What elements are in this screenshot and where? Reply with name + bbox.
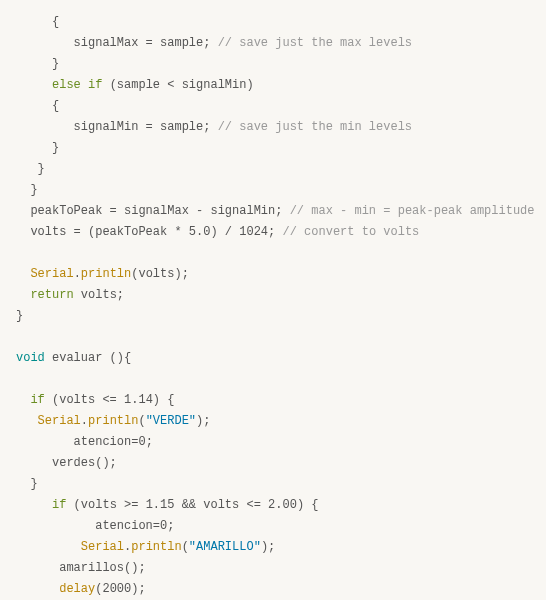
- code-token: println: [88, 414, 138, 428]
- code-token: [16, 372, 23, 386]
- code-line: }: [16, 138, 530, 159]
- code-token: [16, 393, 30, 407]
- code-token: println: [81, 267, 131, 281]
- code-token: // save just the min levels: [218, 120, 412, 134]
- code-token: [16, 267, 30, 281]
- code-line: return volts;: [16, 285, 530, 306]
- code-token: 5.0: [189, 225, 211, 239]
- code-token: ;: [146, 435, 153, 449]
- code-token: (volts);: [131, 267, 189, 281]
- code-token: delay: [59, 582, 95, 596]
- code-token: );: [261, 540, 275, 554]
- code-token: if: [30, 393, 44, 407]
- code-token: atencion=: [16, 435, 138, 449]
- code-token: [16, 414, 38, 428]
- code-token: );: [131, 582, 145, 596]
- code-token: }: [16, 57, 59, 71]
- code-token: [16, 246, 23, 260]
- code-token: [16, 288, 30, 302]
- code-token: ;: [167, 519, 174, 533]
- code-line: }: [16, 306, 530, 327]
- code-token: "AMARILLO": [189, 540, 261, 554]
- code-token: [16, 78, 52, 92]
- code-token: signalMax = sample;: [16, 36, 218, 50]
- code-line: signalMax = sample; // save just the max…: [16, 33, 530, 54]
- code-token: [16, 330, 23, 344]
- code-token: ) {: [297, 498, 319, 512]
- code-line: atencion=0;: [16, 432, 530, 453]
- code-token: verdes();: [16, 456, 117, 470]
- code-token: {: [16, 15, 59, 29]
- code-token: // save just the max levels: [218, 36, 412, 50]
- code-token: (sample < signalMin): [102, 78, 253, 92]
- code-token: .: [81, 414, 88, 428]
- code-line: }: [16, 159, 530, 180]
- code-line: volts = (peakToPeak * 5.0) / 1024; // co…: [16, 222, 530, 243]
- code-token: signalMin = sample;: [16, 120, 218, 134]
- code-token: if: [52, 498, 66, 512]
- code-token: else: [52, 78, 81, 92]
- code-token: ) {: [153, 393, 175, 407]
- code-token: (volts <=: [45, 393, 124, 407]
- code-token: evaluar (){: [45, 351, 131, 365]
- code-line: [16, 327, 530, 348]
- code-token: // convert to volts: [282, 225, 419, 239]
- code-token: }: [16, 309, 23, 323]
- code-token: }: [16, 162, 45, 176]
- code-line: {: [16, 12, 530, 33]
- code-token: volts = (peakToPeak *: [16, 225, 189, 239]
- code-token: );: [196, 414, 210, 428]
- code-token: {: [16, 99, 59, 113]
- code-line: verdes();: [16, 453, 530, 474]
- code-token: return: [30, 288, 73, 302]
- code-line: peakToPeak = signalMax - signalMin; // m…: [16, 201, 530, 222]
- code-token: ;: [268, 225, 282, 239]
- code-token: atencion=: [16, 519, 160, 533]
- code-line: Serial.println(volts);: [16, 264, 530, 285]
- code-token: 1.14: [124, 393, 153, 407]
- code-line: if (volts <= 1.14) {: [16, 390, 530, 411]
- code-token: [81, 78, 88, 92]
- code-token: "VERDE": [146, 414, 196, 428]
- code-token: }: [16, 141, 59, 155]
- code-token: Serial: [38, 414, 81, 428]
- code-line: atencion=0;: [16, 516, 530, 537]
- code-token: peakToPeak = signalMax - signalMin;: [16, 204, 290, 218]
- code-token: }: [16, 183, 38, 197]
- code-token: [16, 582, 59, 596]
- code-token: ) /: [210, 225, 239, 239]
- code-line: }: [16, 474, 530, 495]
- code-line: signalMin = sample; // save just the min…: [16, 117, 530, 138]
- code-token: 1024: [239, 225, 268, 239]
- code-token: volts;: [74, 288, 124, 302]
- code-token: println: [131, 540, 181, 554]
- code-token: && volts <=: [174, 498, 268, 512]
- code-token: 2000: [102, 582, 131, 596]
- code-token: }: [16, 477, 38, 491]
- code-token: Serial: [81, 540, 124, 554]
- code-line: {: [16, 96, 530, 117]
- code-block: { signalMax = sample; // save just the m…: [16, 12, 530, 600]
- code-token: 2.00: [268, 498, 297, 512]
- code-line: [16, 369, 530, 390]
- code-token: // max - min = peak-peak amplitude: [290, 204, 535, 218]
- code-line: amarillos();: [16, 558, 530, 579]
- code-token: .: [74, 267, 81, 281]
- code-token: [16, 498, 52, 512]
- code-line: }: [16, 180, 530, 201]
- code-token: 1.15: [146, 498, 175, 512]
- code-token: 0: [138, 435, 145, 449]
- code-line: Serial.println("AMARILLO");: [16, 537, 530, 558]
- code-line: void evaluar (){: [16, 348, 530, 369]
- code-line: Serial.println("VERDE");: [16, 411, 530, 432]
- code-token: Serial: [30, 267, 73, 281]
- code-line: [16, 243, 530, 264]
- code-line: delay(2000);: [16, 579, 530, 600]
- code-token: (: [138, 414, 145, 428]
- code-token: (: [182, 540, 189, 554]
- code-line: else if (sample < signalMin): [16, 75, 530, 96]
- code-token: [16, 540, 81, 554]
- code-line: }: [16, 54, 530, 75]
- code-line: if (volts >= 1.15 && volts <= 2.00) {: [16, 495, 530, 516]
- code-token: amarillos();: [16, 561, 146, 575]
